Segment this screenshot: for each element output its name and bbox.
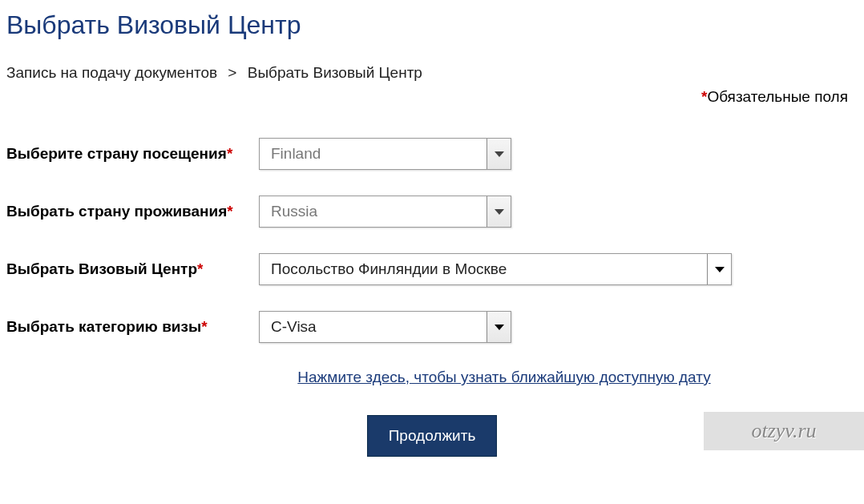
chevron-down-icon (487, 196, 511, 227)
form-row-visa-center: Выбрать Визовый Центр* Посольство Финлян… (6, 253, 858, 285)
country-residence-select[interactable]: Russia (259, 196, 511, 228)
country-visit-label: Выберите страну посещения* (6, 145, 259, 163)
visa-center-label: Выбрать Визовый Центр* (6, 260, 259, 278)
visa-category-value: C-Visa (260, 318, 487, 336)
form-row-visa-category: Выбрать категорию визы* C-Visa (6, 311, 858, 343)
breadcrumb-separator: > (228, 64, 236, 81)
visa-category-label: Выбрать категорию визы* (6, 318, 259, 336)
visa-category-select[interactable]: C-Visa (259, 311, 511, 343)
watermark: otzyv.ru (704, 412, 864, 450)
asterisk-icon: * (197, 260, 203, 277)
earliest-date-link[interactable]: Нажмите здесь, чтобы узнать ближайшую до… (297, 369, 710, 385)
page-title: Выбрать Визовый Центр (6, 10, 858, 40)
chevron-down-icon (707, 254, 731, 284)
chevron-down-icon (487, 312, 511, 342)
asterisk-icon: * (201, 318, 207, 335)
country-visit-select[interactable]: Finland (259, 138, 511, 170)
breadcrumb-item[interactable]: Запись на подачу документов (6, 64, 217, 81)
visa-center-value: Посольство Финляндии в Москве (260, 260, 707, 278)
country-residence-label: Выбрать страну проживания* (6, 203, 259, 220)
form-row-country-visit: Выберите страну посещения* Finland (6, 138, 858, 170)
asterisk-icon: * (227, 203, 232, 220)
form-row-country-residence: Выбрать страну проживания* Russia (6, 196, 858, 228)
asterisk-icon: * (227, 145, 232, 162)
required-fields-hint: *Обязательные поля (6, 88, 858, 106)
breadcrumb-item-current: Выбрать Визовый Центр (248, 64, 422, 81)
country-visit-value: Finland (260, 145, 487, 163)
chevron-down-icon (487, 139, 511, 169)
country-residence-value: Russia (260, 203, 487, 220)
continue-button[interactable]: Продолжить (367, 415, 498, 457)
info-link-row: Нажмите здесь, чтобы узнать ближайшую до… (6, 369, 858, 386)
visa-center-select[interactable]: Посольство Финляндии в Москве (259, 253, 732, 285)
breadcrumb: Запись на подачу документов > Выбрать Ви… (6, 64, 858, 82)
